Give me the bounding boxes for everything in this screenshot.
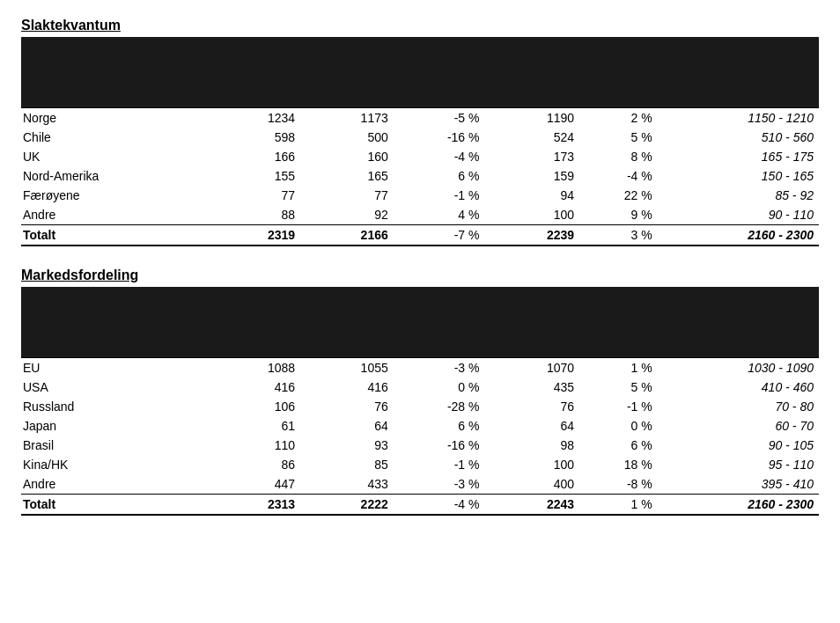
total-c1: 2313 [207,495,300,516]
row-c5: 0 % [579,416,659,436]
total-c2: 2222 [300,495,394,516]
row-c1: 155 [207,166,300,186]
markedsfordeling-table: EU 1088 1055 -3 % 1070 1 % 1030 - 1090 U… [21,357,819,516]
row-c5: 8 % [579,147,659,166]
row-name: Færøyene [21,186,207,205]
row-c5: 5 % [579,377,659,397]
row-c1: 88 [207,205,300,225]
row-c5: 9 % [579,205,659,225]
row-c2: 165 [300,166,394,186]
total-name: Totalt [21,495,207,516]
row-c6: 85 - 92 [659,186,819,205]
row-c4: 100 [486,455,579,474]
row-c2: 160 [300,147,394,166]
total-c3: -7 % [394,225,487,246]
row-c3: -1 % [394,455,487,474]
row-c6: 410 - 460 [659,377,819,397]
table-row: Nord-Amerika 155 165 6 % 159 -4 % 150 - … [21,166,819,186]
row-c4: 173 [486,147,579,166]
row-c2: 77 [300,186,394,205]
row-c3: -5 % [394,108,487,128]
total-c4: 2243 [486,495,579,516]
row-c5: 1 % [579,358,659,378]
table-row: EU 1088 1055 -3 % 1070 1 % 1030 - 1090 [21,358,819,378]
slaktekvantum-title: Slaktekvantum [21,18,819,33]
table-row: Andre 88 92 4 % 100 9 % 90 - 110 [21,205,819,225]
table-row: Brasil 110 93 -16 % 98 6 % 90 - 105 [21,436,819,455]
row-c3: -16 % [394,436,487,455]
row-c6: 1150 - 1210 [659,108,819,128]
row-c2: 416 [300,377,394,397]
row-c2: 500 [300,128,394,147]
row-c3: -3 % [394,358,487,378]
total-row: Totalt 2319 2166 -7 % 2239 3 % 2160 - 23… [21,225,819,246]
slaktekvantum-chart [21,37,819,107]
table-row: Chile 598 500 -16 % 524 5 % 510 - 560 [21,128,819,147]
total-c1: 2319 [207,225,300,246]
row-c3: 6 % [394,416,487,436]
row-name: EU [21,358,207,378]
table-row: USA 416 416 0 % 435 5 % 410 - 460 [21,377,819,397]
row-c1: 77 [207,186,300,205]
row-c2: 92 [300,205,394,225]
row-c4: 100 [486,205,579,225]
table-row: Russland 106 76 -28 % 76 -1 % 70 - 80 [21,397,819,416]
total-c4: 2239 [486,225,579,246]
slaktekvantum-table: Norge 1234 1173 -5 % 1190 2 % 1150 - 121… [21,107,819,246]
row-name: USA [21,377,207,397]
row-c3: -3 % [394,474,487,495]
row-c1: 61 [207,416,300,436]
row-c5: 6 % [579,436,659,455]
row-c3: -16 % [394,128,487,147]
row-c6: 395 - 410 [659,474,819,495]
row-c1: 1088 [207,358,300,378]
row-c2: 93 [300,436,394,455]
total-c6: 2160 - 2300 [659,225,819,246]
row-c4: 76 [486,397,579,416]
row-c4: 1190 [486,108,579,128]
row-c6: 510 - 560 [659,128,819,147]
total-name: Totalt [21,225,207,246]
row-c5: 5 % [579,128,659,147]
total-c5: 3 % [579,225,659,246]
total-row: Totalt 2313 2222 -4 % 2243 1 % 2160 - 23… [21,495,819,516]
row-c4: 159 [486,166,579,186]
row-c4: 1070 [486,358,579,378]
row-c5: 22 % [579,186,659,205]
row-c3: 0 % [394,377,487,397]
markedsfordeling-section: Markedsfordeling EU 1088 1055 -3 % 1070 … [21,268,819,516]
table-row: Japan 61 64 6 % 64 0 % 60 - 70 [21,416,819,436]
table-row: Færøyene 77 77 -1 % 94 22 % 85 - 92 [21,186,819,205]
row-c4: 94 [486,186,579,205]
row-c1: 598 [207,128,300,147]
total-c6: 2160 - 2300 [659,495,819,516]
row-c6: 1030 - 1090 [659,358,819,378]
row-c5: 2 % [579,108,659,128]
row-c6: 90 - 105 [659,436,819,455]
row-c4: 98 [486,436,579,455]
markedsfordeling-chart [21,287,819,357]
row-c2: 76 [300,397,394,416]
row-c1: 416 [207,377,300,397]
row-c1: 110 [207,436,300,455]
row-c5: 18 % [579,455,659,474]
row-c2: 85 [300,455,394,474]
row-name: Nord-Amerika [21,166,207,186]
row-c5: -4 % [579,166,659,186]
table-row: Kina/HK 86 85 -1 % 100 18 % 95 - 110 [21,455,819,474]
row-c6: 150 - 165 [659,166,819,186]
row-c1: 86 [207,455,300,474]
row-c2: 64 [300,416,394,436]
table-row: Norge 1234 1173 -5 % 1190 2 % 1150 - 121… [21,108,819,128]
row-c6: 60 - 70 [659,416,819,436]
row-c4: 435 [486,377,579,397]
row-name: Norge [21,108,207,128]
row-c5: -8 % [579,474,659,495]
row-name: Brasil [21,436,207,455]
row-c4: 524 [486,128,579,147]
total-c2: 2166 [300,225,394,246]
row-c6: 70 - 80 [659,397,819,416]
row-name: Andre [21,205,207,225]
row-c3: -28 % [394,397,487,416]
slaktekvantum-section: Slaktekvantum Norge 1234 1173 -5 % 1190 … [21,18,819,246]
